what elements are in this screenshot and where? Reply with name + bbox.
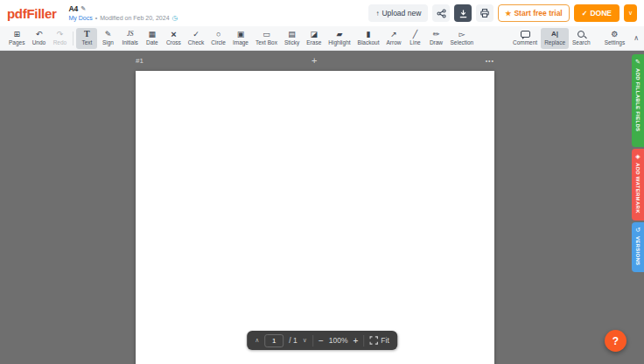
date-icon: ▦ xyxy=(149,30,157,38)
app-header: pdfFiller A4 ✎ My Docs • Modified on Feb… xyxy=(0,0,644,26)
share-icon xyxy=(437,9,446,18)
sign-icon: ✎ xyxy=(105,30,112,38)
help-button[interactable]: ? xyxy=(605,330,626,352)
fit-button[interactable]: Fit xyxy=(369,336,388,345)
page-total-label: / 1 xyxy=(289,336,297,345)
add-fillable-fields-tab[interactable]: ✎ ADD FILLABLE FIELDS xyxy=(632,54,644,147)
initials-icon: JS xyxy=(127,30,134,38)
share-button[interactable] xyxy=(432,4,450,22)
tool-cross[interactable]: × Cross xyxy=(163,28,185,49)
done-button[interactable]: ✓ DONE xyxy=(574,4,620,22)
toolbar-separator xyxy=(73,32,74,46)
start-free-trial-button[interactable]: ★ Start free trial xyxy=(498,4,569,22)
highlight-icon: ▰ xyxy=(336,30,342,38)
header-actions: ↑ Upload new ★ Start free trial ✓ DONE ∨ xyxy=(368,4,637,22)
sticky-icon: ▤ xyxy=(288,30,296,38)
print-icon xyxy=(480,8,490,18)
toolbar-right-group: Comment A| Replace Search ⚙ Settings ∧ xyxy=(509,28,639,49)
line-icon: ╱ xyxy=(413,30,417,38)
tool-comment[interactable]: Comment xyxy=(509,28,541,49)
page-more-icon[interactable]: ••• xyxy=(486,58,494,64)
tool-undo[interactable]: ↶ Undo xyxy=(28,28,49,49)
blackout-icon: ▮ xyxy=(367,30,371,38)
tool-date[interactable]: ▦ Date xyxy=(142,28,163,49)
tool-text[interactable]: T Text xyxy=(76,28,97,49)
document-info: A4 ✎ My Docs • Modified on Feb 20, 2024 … xyxy=(68,4,178,22)
tool-pages[interactable]: ⊞ Pages xyxy=(5,28,28,49)
document-page[interactable] xyxy=(136,71,494,364)
zoom-out-button[interactable]: − xyxy=(318,336,324,346)
comment-icon xyxy=(521,30,530,38)
circle-icon: ○ xyxy=(216,30,220,38)
search-icon xyxy=(578,30,584,38)
done-label: DONE xyxy=(590,9,612,18)
fit-icon xyxy=(369,336,378,345)
tool-arrow[interactable]: ↗ Arrow xyxy=(383,28,405,49)
tool-image[interactable]: ▣ Image xyxy=(229,28,252,49)
tool-initials[interactable]: JS Initials xyxy=(118,28,141,49)
tool-blackout[interactable]: ▮ Blackout xyxy=(354,28,383,49)
selection-icon: ▻ xyxy=(458,30,465,38)
download-icon xyxy=(458,9,468,18)
tool-highlight[interactable]: ▰ Highlight xyxy=(325,28,354,49)
zoombar-separator xyxy=(312,335,313,346)
pdffiller-logo[interactable]: pdfFiller xyxy=(7,6,56,21)
add-watermark-tab[interactable]: ◈ ADD WATERMARK xyxy=(632,149,644,220)
fit-label: Fit xyxy=(381,336,388,345)
print-button[interactable] xyxy=(476,4,494,22)
image-icon: ▣ xyxy=(237,30,245,38)
erase-icon: ◪ xyxy=(311,30,318,38)
document-subtitle-row: My Docs • Modified on Feb 20, 2024 ◷ xyxy=(68,14,178,22)
text-box-icon: ▭ xyxy=(262,30,270,38)
upload-new-button[interactable]: ↑ Upload new xyxy=(368,4,428,22)
done-dropdown-button[interactable]: ∨ xyxy=(624,4,637,22)
page-number-input[interactable] xyxy=(264,334,284,347)
document-title-row: A4 ✎ xyxy=(68,4,178,13)
tool-sign[interactable]: ✎ Sign xyxy=(97,28,118,49)
check-icon: ✓ xyxy=(582,10,588,18)
history-icon[interactable]: ◷ xyxy=(172,14,178,22)
editor-toolbar: ⊞ Pages ↶ Undo ↷ Redo T Text ✎ Sign JS I… xyxy=(0,26,644,51)
prev-page-button[interactable]: ∧ xyxy=(255,337,259,344)
add-page-icon[interactable]: + xyxy=(312,55,317,66)
undo-icon: ↶ xyxy=(36,30,43,38)
versions-tab[interactable]: ↺ VERSIONS xyxy=(632,222,644,272)
page-number-label: #1 xyxy=(136,57,144,65)
tool-sticky[interactable]: ▤ Sticky xyxy=(281,28,303,49)
replace-icon: A| xyxy=(551,30,558,38)
trial-label: Start free trial xyxy=(514,9,562,18)
draw-icon: ✏ xyxy=(433,30,440,38)
tool-redo: ↷ Redo xyxy=(49,28,70,49)
breadcrumb-my-docs[interactable]: My Docs xyxy=(68,15,92,21)
zoombar-separator xyxy=(363,335,364,346)
arrow-icon: ↗ xyxy=(390,30,397,38)
versions-icon: ↺ xyxy=(635,226,640,234)
tool-draw[interactable]: ✏ Draw xyxy=(425,28,446,49)
gear-icon: ⚙ xyxy=(611,30,618,38)
download-button[interactable] xyxy=(454,4,472,22)
tool-check[interactable]: ✓ Check xyxy=(185,28,207,49)
cross-icon: × xyxy=(171,30,176,38)
tool-erase[interactable]: ◪ Erase xyxy=(303,28,325,49)
watermark-icon: ◈ xyxy=(635,152,640,160)
modified-date: Modified on Feb 20, 2024 xyxy=(100,15,169,21)
tool-selection[interactable]: ▻ Selection xyxy=(446,28,477,49)
page-meta-row: #1 + ••• xyxy=(136,55,494,66)
pages-icon: ⊞ xyxy=(13,30,20,38)
tool-line[interactable]: ╱ Line xyxy=(404,28,425,49)
tool-replace[interactable]: A| Replace xyxy=(541,28,569,49)
toolbar-collapse-button[interactable]: ∧ xyxy=(634,34,639,42)
zoom-in-button[interactable]: + xyxy=(354,336,359,346)
next-page-button[interactable]: ∨ xyxy=(303,337,307,344)
tool-search[interactable]: Search xyxy=(569,28,594,49)
document-title: A4 xyxy=(68,4,78,13)
document-canvas: #1 + ••• ✎ ADD FILLABLE FIELDS ◈ ADD WAT… xyxy=(0,51,644,364)
tool-circle[interactable]: ○ Circle xyxy=(207,28,229,49)
tool-settings[interactable]: ⚙ Settings xyxy=(601,28,629,49)
zoom-page-bar: ∧ / 1 ∨ − 100% + Fit xyxy=(247,331,397,350)
zoom-level-label: 100% xyxy=(329,336,348,345)
fillable-fields-icon: ✎ xyxy=(635,58,640,66)
text-icon: T xyxy=(84,30,90,38)
tool-text-box[interactable]: ▭ Text Box xyxy=(252,28,281,49)
edit-title-icon[interactable]: ✎ xyxy=(80,5,86,12)
